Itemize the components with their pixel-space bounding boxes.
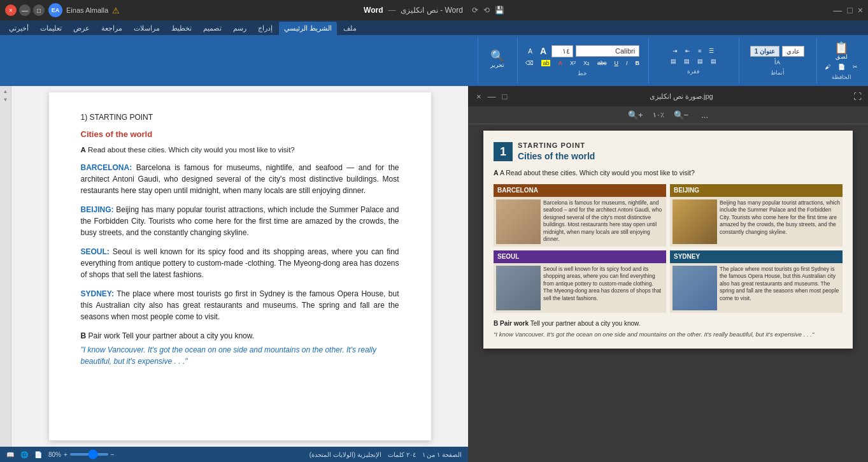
paragraph-label: فقرة: [687, 68, 699, 75]
textbook-seoul-text: Seoul is well known for its spicy food a…: [543, 266, 664, 310]
textbook-cities-heading: Cities of the world: [518, 150, 595, 163]
font-color-button[interactable]: A: [555, 59, 565, 68]
close-button[interactable]: ×: [5, 4, 17, 16]
bullets-icon: ☰: [709, 48, 714, 54]
zoom-in-tool-button[interactable]: 🔍+: [625, 109, 646, 121]
superscript-button[interactable]: X²: [567, 59, 578, 68]
clipboard-label: الحافظة: [832, 74, 851, 80]
image-expand-icon[interactable]: ⛶: [853, 92, 862, 101]
increase-indent-button[interactable]: ⇥: [670, 47, 680, 55]
view-read-icon[interactable]: 📖: [6, 451, 14, 458]
align-right-icon: ▤: [711, 58, 716, 64]
image-maximize-button[interactable]: □: [501, 92, 509, 101]
zoom-in-icon[interactable]: +: [64, 451, 68, 458]
bullets-button[interactable]: ☰: [706, 47, 716, 55]
tab-review[interactable]: مراجعة: [96, 22, 127, 35]
highlight-icon: ab: [541, 60, 550, 66]
image-content[interactable]: 1 STARTING POINT Cities of the world A A…: [468, 124, 868, 462]
textbook-b-label: B Pair work: [494, 320, 529, 327]
close-icon[interactable]: ×: [858, 5, 863, 15]
bold-button[interactable]: B: [633, 59, 643, 68]
normal-style[interactable]: عادي: [782, 46, 804, 57]
subheading-text: Read about these cities. Which city woul…: [88, 146, 295, 154]
textbook-barcelona-body: Barcelona is famous for museums, nightli…: [494, 197, 666, 247]
find-button[interactable]: 🔍 تحرير: [488, 49, 507, 69]
textbook-barcelona-text: Barcelona is famous for museums, nightli…: [543, 199, 664, 244]
b-label: B: [81, 331, 87, 340]
image-minimize-button[interactable]: —: [486, 92, 498, 101]
a-label: A: [81, 146, 86, 154]
section-number: 1) STARTING POINT: [81, 112, 399, 123]
tab-layout[interactable]: تخطيط: [166, 22, 197, 35]
status-left: الصفحة ١ من ١ ٢٠٤ كلمات الإنجليزية (الول…: [309, 451, 462, 458]
shrink-font-icon: A: [528, 48, 532, 55]
align-right-button[interactable]: ▤: [708, 57, 719, 66]
view-web-icon[interactable]: 🌐: [20, 451, 28, 458]
format-painter-button[interactable]: 🖌: [822, 62, 833, 71]
user-name: Einas Almalla: [66, 6, 108, 14]
copy-icon: 📄: [838, 64, 845, 70]
status-bar: الصفحة ١ من ١ ٢٠٤ كلمات الإنجليزية (الول…: [0, 447, 468, 462]
tab-home[interactable]: الشريط الرئيسي: [279, 22, 337, 35]
grow-font-button[interactable]: A: [537, 45, 549, 57]
numbering-button[interactable]: ≡: [695, 47, 704, 55]
tab-draw[interactable]: رسم: [228, 22, 252, 35]
align-left-button[interactable]: ▤: [681, 57, 692, 66]
tab-file[interactable]: ملف: [338, 22, 362, 35]
pair-work-para: B Pair work Tell your partner about a ci…: [81, 330, 399, 342]
underline-button[interactable]: U: [611, 59, 621, 68]
sydney-para: SYDNEY: The place where most tourists go…: [81, 288, 399, 322]
ribbon-row-clipboard: ✂ 📄 🖌: [822, 62, 860, 71]
document-area[interactable]: 1) STARTING POINT Cities of the world A …: [11, 86, 468, 447]
tab-view[interactable]: عرض: [68, 22, 95, 35]
image-more-button[interactable]: ...: [698, 109, 711, 121]
clear-format-button[interactable]: ⌫: [523, 59, 536, 68]
strikethrough-button[interactable]: abc: [595, 59, 609, 68]
cut-icon: ✂: [853, 64, 858, 70]
minimize-icon[interactable]: —: [833, 5, 842, 15]
barcelona-name: BARCELONA:: [81, 163, 132, 172]
minimize-button[interactable]: —: [19, 4, 31, 16]
heading1-style[interactable]: عنوان 1: [750, 46, 779, 57]
textbook-title-block: STARTING POINT Cities of the world: [518, 141, 595, 163]
textbook-sydney-image: [672, 266, 717, 310]
view-print-icon[interactable]: 📄: [34, 451, 42, 458]
tab-recent[interactable]: أخيرتي: [4, 22, 34, 35]
numbering-icon: ≡: [698, 48, 701, 54]
barcelona-para: BARCELONA: Barcelona is famous for museu…: [81, 162, 399, 196]
tab-design[interactable]: تصميم: [198, 22, 227, 35]
warning-icon: ⚠: [112, 6, 120, 15]
justify-icon: ▤: [671, 58, 676, 64]
tab-help[interactable]: تعليمات: [35, 22, 67, 35]
restore-icon[interactable]: □: [847, 5, 852, 15]
grow-font-icon: A: [540, 46, 546, 56]
zoom-slider[interactable]: [70, 453, 108, 456]
cut-button[interactable]: ✂: [850, 62, 860, 71]
paste-button[interactable]: 📋 لصق: [832, 41, 851, 61]
zoom-out-icon[interactable]: −: [111, 451, 115, 458]
maximize-button[interactable]: □: [33, 4, 45, 16]
italic-button[interactable]: I: [623, 59, 630, 68]
align-center-button[interactable]: ▤: [695, 57, 706, 66]
copy-button[interactable]: 📄: [836, 62, 848, 71]
tab-mailings[interactable]: مراسلات: [129, 22, 165, 35]
highlight-button[interactable]: ab: [539, 59, 553, 68]
textbook-starting-point: STARTING POINT: [518, 141, 595, 150]
font-size-box[interactable]: ١٤: [551, 45, 573, 57]
app-title: Word: [364, 6, 383, 15]
pair-work-text: Pair work Tell your partner about a city…: [89, 331, 255, 340]
decrease-indent-button[interactable]: ⇤: [683, 47, 693, 55]
zoom-out-tool-button[interactable]: 🔍−: [671, 109, 692, 121]
textbook-question-a: A A Read about these cities. Which city …: [494, 168, 843, 178]
justify-button[interactable]: ▤: [668, 57, 679, 66]
font-name-box[interactable]: Calibri: [576, 45, 639, 57]
styles-btn[interactable]: Aأ: [772, 58, 783, 67]
image-title-left: × — □: [474, 92, 509, 101]
tab-insert[interactable]: إدراج: [253, 22, 278, 35]
textbook-barcelona-header: BARCELONA: [494, 184, 666, 197]
textbook-pair-work: B Pair work Tell your partner about a ci…: [494, 319, 843, 328]
textbook-beijing-header: BEIJING: [670, 184, 843, 197]
shrink-font-button[interactable]: A: [525, 47, 535, 56]
subscript-button[interactable]: X₂: [581, 59, 592, 68]
image-close-button[interactable]: ×: [474, 92, 483, 101]
